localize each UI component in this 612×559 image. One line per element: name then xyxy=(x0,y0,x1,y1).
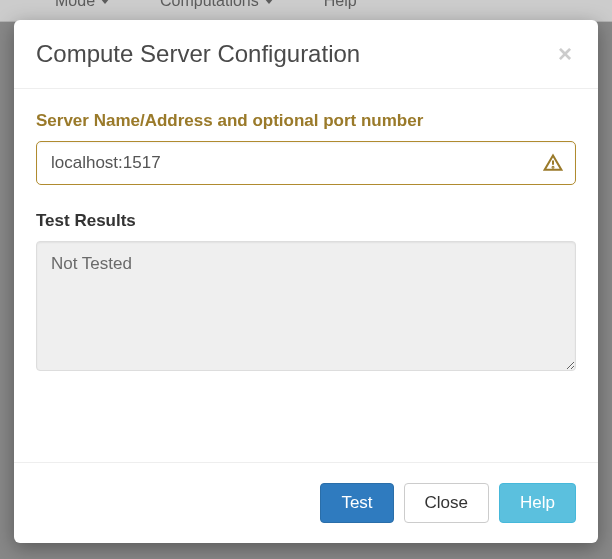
modal-header: Compute Server Configuration × xyxy=(14,20,598,89)
caret-down-icon xyxy=(264,0,274,4)
modal-title: Compute Server Configuration xyxy=(36,40,360,68)
bg-menu-mode: Mode xyxy=(55,0,110,10)
bg-menu-computations: Computations xyxy=(160,0,274,10)
server-address-input-wrapper[interactable] xyxy=(36,141,576,185)
test-results-output xyxy=(36,241,576,371)
bg-menu-help: Help xyxy=(324,0,357,10)
test-button[interactable]: Test xyxy=(320,483,393,523)
warning-triangle-icon xyxy=(543,153,563,173)
server-address-label: Server Name/Address and optional port nu… xyxy=(36,111,576,131)
modal-footer: Test Close Help xyxy=(14,462,598,543)
compute-server-config-modal: Compute Server Configuration × Server Na… xyxy=(14,20,598,543)
close-button[interactable]: Close xyxy=(404,483,489,523)
test-results-label: Test Results xyxy=(36,211,576,231)
modal-body: Server Name/Address and optional port nu… xyxy=(14,89,598,462)
help-button[interactable]: Help xyxy=(499,483,576,523)
server-address-input[interactable] xyxy=(37,143,543,183)
close-icon[interactable]: × xyxy=(554,40,576,68)
svg-point-1 xyxy=(553,167,554,168)
background-menubar: Mode Computations Help xyxy=(0,0,612,22)
caret-down-icon xyxy=(100,0,110,4)
